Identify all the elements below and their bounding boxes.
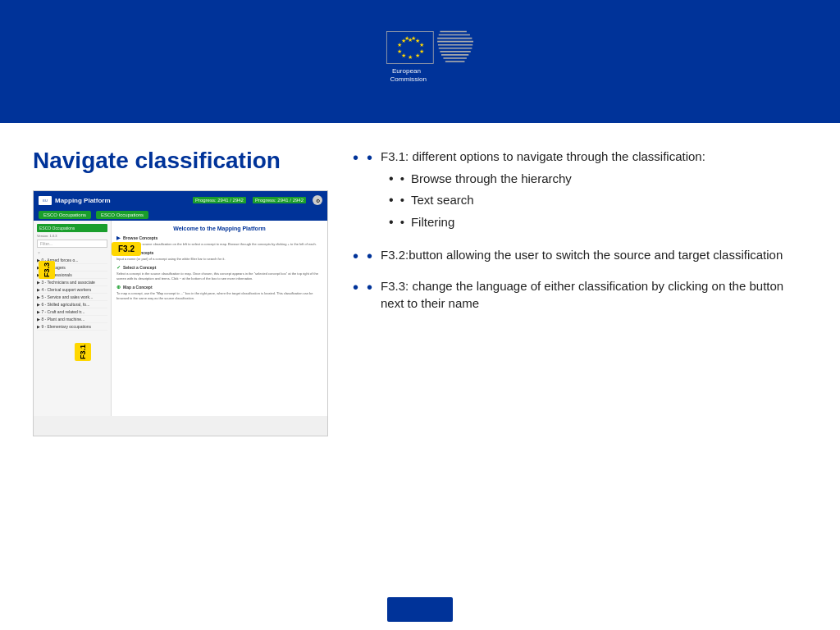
mock-item-4: ▶ 4 - Clerical support workers	[37, 286, 107, 294]
bullet-text-f31: F3.1: different options to navigate thro…	[381, 149, 705, 163]
mock-right-column: Welcome to the Mapping Platform ▶ Browse…	[112, 221, 327, 416]
svg-text:★: ★	[401, 52, 406, 58]
mock-item-9: ▶ 9 - Elementary occupations	[37, 323, 107, 331]
check-icon: ✓	[116, 264, 121, 270]
svg-text:★: ★	[415, 52, 420, 58]
mock-item-6: ▶ 6 - Skilled agricultural, fo...	[37, 301, 107, 308]
sub-bullet-text-search: • Text search	[389, 191, 705, 209]
mock-body: ESCO Occupations Version: 1.0.3 Filter..…	[34, 221, 327, 416]
right-panel: • F3.1: different options to navigate th…	[353, 139, 807, 573]
sub-text-hierarchy: Browse through the hierarchy	[411, 170, 572, 187]
mock-item-7: ▶ 7 - Craft and related tr...	[37, 308, 107, 316]
sub-dot-3: •	[400, 213, 404, 231]
svg-text:Commission: Commission	[390, 75, 427, 83]
bullet-item-f32: • F3.2:button allowing the user to switc…	[353, 246, 807, 266]
sub-dot-2: •	[400, 191, 404, 208]
sub-bullet-filtering: • Filtering	[389, 213, 705, 231]
eu-logo: ★ ★ ★ ★ ★ ★ ★ ★ ★ ★ ★ ★	[367, 25, 473, 98]
mock-section-filter: ▼ Filter Concepts	[116, 250, 322, 255]
mock-section-filter-content: Input a name (or part) of a concept usin…	[116, 257, 322, 262]
pagination-block[interactable]	[387, 597, 453, 622]
bullet-item-f33: • F3.3: change the language of either cl…	[353, 277, 807, 312]
mock-tab2: ESCO Occupations	[96, 211, 148, 219]
mock-left-column: ESCO Occupations Version: 1.0.3 Filter..…	[34, 221, 112, 416]
mock-section-select: ✓ Select a Concept	[116, 264, 322, 270]
svg-text:★: ★	[419, 42, 424, 48]
sub-bullet-list-f31: • Browse through the hierarchy • Text se…	[381, 170, 705, 231]
bullet-dot-f32: •	[367, 246, 372, 266]
mock-section-map-content: To map a concept, use the "Map concept t…	[116, 291, 322, 300]
bullet-dot-f33: •	[367, 277, 372, 297]
mock-col-header-left: ESCO Occupations	[37, 224, 107, 232]
page-title: Navigate classification	[33, 148, 328, 174]
eu-commission-logo: ★ ★ ★ ★ ★ ★ ★ ★ ★ ★ ★ ★	[367, 25, 473, 98]
bullet-dot-f31: •	[367, 148, 372, 167]
svg-text:★: ★	[411, 35, 416, 41]
mock-filter-input: Filter...	[37, 240, 107, 248]
mock-version-left: Version: 1.0.3	[37, 234, 107, 238]
mock-item-8: ▶ 8 - Plant and machine...	[37, 316, 107, 323]
map-icon: ⊕	[116, 284, 121, 290]
label-f32: F3.2	[112, 242, 141, 256]
bullet-content-f31: F3.1: different options to navigate thro…	[381, 148, 705, 235]
bullet-text-f32: F3.2:button allowing the user to switch …	[381, 246, 783, 263]
sub-bullet-hierarchy: • Browse through the hierarchy	[389, 170, 705, 188]
mock-section-map: ⊕ Map a Concept	[116, 284, 322, 290]
mock-item-5: ▶ 5 - Service and sales work...	[37, 294, 107, 301]
svg-text:★: ★	[397, 48, 402, 54]
svg-text:★: ★	[404, 35, 409, 41]
mock-section-browse-content: To begin, use the source classification …	[116, 242, 322, 247]
mock-section-browse: ▶ Browse Concepts	[116, 235, 322, 240]
left-panel: Navigate classification F3.2 F3.3 F3.1 E…	[33, 139, 328, 573]
bottom-bar	[0, 589, 840, 630]
mock-progress1: Progress: 2941 / 2942	[193, 197, 246, 203]
mock-app-title: Mapping Platform	[55, 197, 111, 204]
mock-welcome-text: Welcome to the Mapping Platform	[116, 226, 322, 231]
mock-item-3: ▶ 3 - Technicians and associate	[37, 279, 107, 286]
mock-section-select-content: Select a concept in the source classific…	[116, 272, 322, 281]
sub-dot-1: •	[400, 170, 404, 187]
svg-text:European: European	[392, 67, 421, 75]
header-bar: ★ ★ ★ ★ ★ ★ ★ ★ ★ ★ ★ ★	[0, 0, 840, 123]
label-f33: F3.3	[39, 261, 55, 279]
svg-text:★: ★	[408, 54, 413, 60]
main-content: Navigate classification F3.2 F3.3 F3.1 E…	[0, 123, 840, 589]
arrow-icon: ▶	[116, 235, 121, 240]
bullet-item-f31: • F3.1: different options to navigate th…	[353, 148, 807, 235]
screenshot-mockup: F3.2 F3.3 F3.1 EU Mapping Platform Progr…	[33, 190, 328, 436]
sub-text-search: Text search	[411, 191, 474, 208]
mock-progress2: Progress: 2941 / 2942	[253, 197, 306, 203]
mock-logo: EU	[39, 196, 52, 205]
mock-tabs: ESCO Occupations ESCO Occupations	[34, 209, 327, 221]
mock-top-bar: EU Mapping Platform Progress: 2941 / 294…	[34, 191, 327, 209]
bullet-text-f33: F3.3: change the language of either clas…	[381, 277, 807, 312]
sub-text-filtering: Filtering	[411, 213, 454, 231]
mock-tab1: ESCO Occupations	[39, 211, 91, 219]
label-f31: F3.1	[75, 343, 91, 361]
svg-text:★: ★	[419, 48, 424, 54]
bullet-list: • F3.1: different options to navigate th…	[353, 148, 807, 312]
